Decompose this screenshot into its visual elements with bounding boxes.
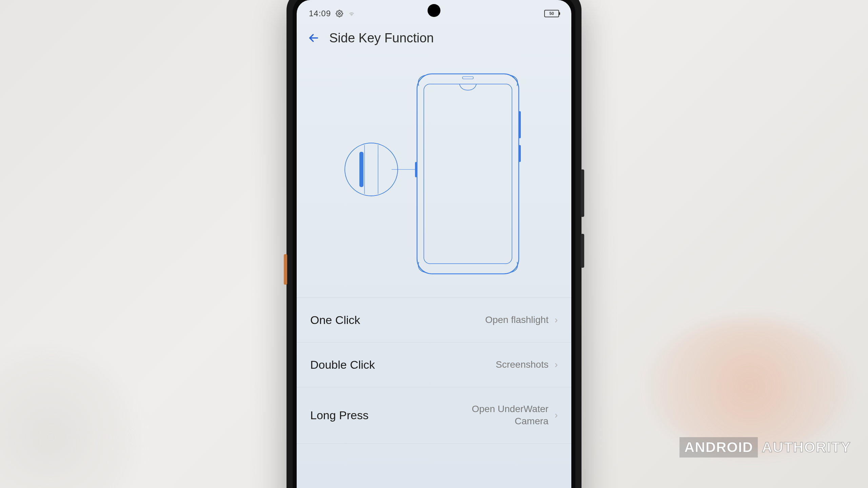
svg-rect-5 [519, 111, 521, 138]
chevron-right-icon: › [555, 410, 558, 421]
settings-list: One Click Open flashlight › Double Click… [297, 298, 571, 444]
back-arrow-icon [308, 32, 319, 44]
svg-rect-6 [519, 145, 521, 162]
svg-rect-4 [462, 77, 473, 79]
phone-frame: 14:09 50 [287, 0, 581, 488]
chevron-right-icon: › [555, 314, 558, 325]
svg-rect-3 [424, 84, 512, 264]
side-key-diagram [297, 54, 571, 298]
svg-rect-12 [359, 152, 363, 187]
front-camera-notch [428, 4, 440, 17]
page-title: Side Key Function [329, 31, 434, 45]
setting-long-press[interactable]: Long Press Open UnderWater Camera › [297, 387, 571, 444]
svg-rect-7 [415, 162, 417, 177]
background-blur [0, 352, 136, 488]
phone-volume-button [581, 169, 584, 217]
phone-bezel: 14:09 50 [293, 0, 575, 488]
battery-indicator: 50 [544, 10, 559, 17]
wifi-icon [348, 10, 355, 17]
back-button[interactable] [306, 30, 321, 45]
setting-label: Long Press [310, 409, 369, 422]
background-blur [648, 319, 851, 454]
phone-power-button [581, 234, 584, 268]
setting-value: Open UnderWater Camera [440, 403, 549, 428]
svg-rect-2 [417, 74, 519, 274]
setting-label: Double Click [310, 358, 375, 371]
watermark: ANDROID AUTHORITY [679, 437, 851, 458]
phone-side-key-left [284, 254, 287, 285]
phone-screen: 14:09 50 [297, 0, 571, 488]
setting-value: Screenshots [496, 359, 549, 371]
settings-gear-icon [336, 10, 343, 17]
watermark-brand-first: ANDROID [679, 437, 758, 458]
svg-point-9 [345, 143, 398, 196]
chevron-right-icon: › [555, 359, 558, 370]
svg-point-0 [338, 13, 340, 15]
setting-double-click[interactable]: Double Click Screenshots › [297, 343, 571, 387]
setting-label: One Click [310, 313, 360, 327]
watermark-brand-second: AUTHORITY [762, 439, 851, 455]
battery-level: 50 [549, 11, 554, 16]
setting-one-click[interactable]: One Click Open flashlight › [297, 298, 571, 343]
status-time: 14:09 [309, 9, 331, 18]
page-header: Side Key Function [297, 20, 571, 54]
setting-value: Open flashlight [485, 314, 549, 326]
phone-outline-illustration [339, 67, 529, 284]
